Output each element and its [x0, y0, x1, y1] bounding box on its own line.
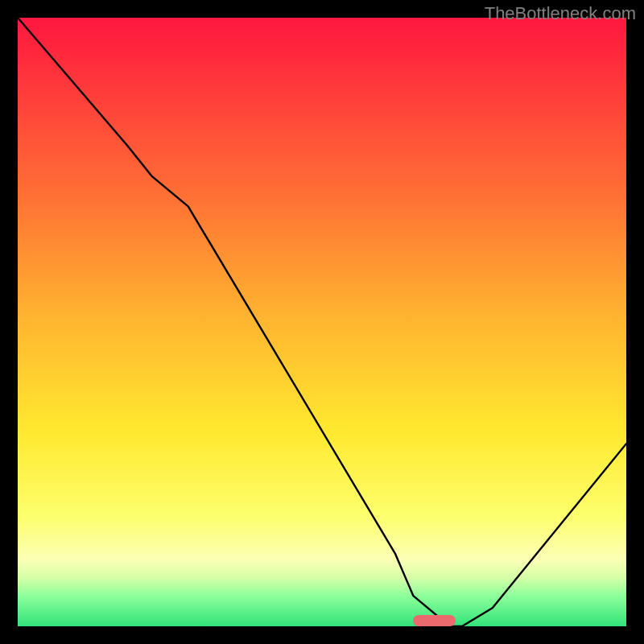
line-curve [18, 18, 626, 626]
bottleneck-marker [413, 615, 456, 626]
watermark-text: TheBottleneck.com [485, 3, 636, 24]
chart-area [18, 18, 626, 626]
